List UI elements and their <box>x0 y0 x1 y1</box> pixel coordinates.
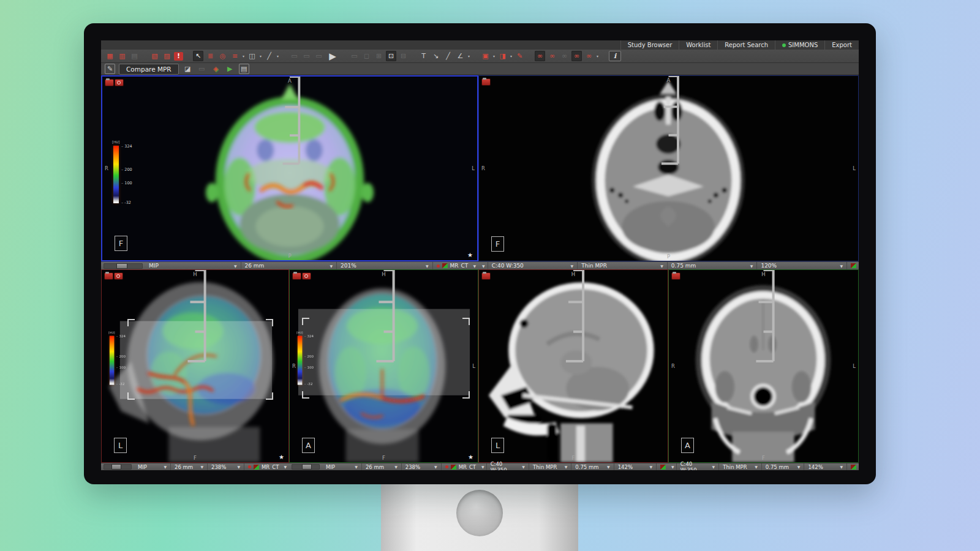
snapshot-icon[interactable]: ▣ <box>480 51 491 61</box>
zoom-select[interactable]: 201%▼ <box>336 262 432 269</box>
mpr-tool-icon[interactable]: ╱ <box>264 51 274 61</box>
chevron-down-icon[interactable]: ▼ <box>482 264 485 268</box>
viewport-axial-fused[interactable]: A P R L [HU] 324 200 100 -32 F ★ <box>101 75 478 261</box>
snapshot-icon-dropdown[interactable]: ▾ <box>493 54 495 58</box>
alert-icon[interactable]: ! <box>174 52 183 61</box>
lut-tick: 100 <box>304 365 314 370</box>
stack-scroll-icon[interactable]: ≣ <box>205 51 216 61</box>
projection-select[interactable]: MIP▼ <box>145 262 241 269</box>
reconstruction-select[interactable]: Thin MPR▼ <box>577 262 667 269</box>
save-edit-icon[interactable]: ◪ <box>183 64 193 74</box>
menu-study-browser[interactable]: Study Browser <box>620 40 679 50</box>
edit-annotation-icon[interactable]: ✎ <box>105 64 115 74</box>
layout-select-icon[interactable]: ◫ <box>247 51 257 61</box>
patient-data-icon[interactable]: ▧ <box>149 51 160 61</box>
modality-ct-toggle[interactable]: CT <box>461 263 469 269</box>
zoom-select[interactable]: 238%▼ <box>207 463 244 470</box>
link-options-icon-dropdown[interactable]: ▾ <box>597 54 598 58</box>
blend-swatch-icon[interactable] <box>451 465 456 470</box>
viewport-coronal-fused[interactable]: H F R L [HU] 324 200 100 -32 A ★ <box>289 269 478 463</box>
windowing-icon[interactable]: ◎ <box>217 51 228 61</box>
film-export-icon[interactable]: ◨ <box>497 51 508 61</box>
marker-pen-icon[interactable]: ✎ <box>514 51 525 61</box>
zoom-select[interactable]: 142%▼ <box>614 463 656 470</box>
blend-swatch-icon[interactable] <box>851 263 856 268</box>
thickness-value: 0.75 mm <box>766 464 789 470</box>
chevron-down-icon: ▼ <box>840 465 843 469</box>
info-icon[interactable]: i <box>609 51 621 61</box>
viewport-coronal-ct[interactable]: H F R L A <box>668 269 859 463</box>
window-select[interactable]: C:40 W:350▼ <box>486 463 529 470</box>
thickness-select[interactable]: 26 mm▼ <box>170 463 207 470</box>
forward-icon[interactable]: ▶ <box>225 64 235 74</box>
correction-tools-icon[interactable]: ▨ <box>162 51 172 61</box>
mpr-tool-icon-dropdown[interactable]: ▾ <box>277 54 279 58</box>
play-icon[interactable]: ▶ <box>326 51 339 61</box>
menu-worklist[interactable]: Worklist <box>679 40 717 50</box>
blend-swatch-icon[interactable] <box>851 465 856 470</box>
modality-ct-toggle[interactable]: CT <box>272 464 279 470</box>
blend-swatch-icon[interactable] <box>442 263 448 268</box>
favorite-star-icon[interactable]: ★ <box>279 454 284 460</box>
link-series-icon[interactable]: ∞ <box>535 51 545 61</box>
distance-measure-icon[interactable]: ╱ <box>443 51 453 61</box>
thickness-select[interactable]: 0.75 mm▼ <box>571 463 613 470</box>
link-all-icon[interactable]: ∞ <box>571 51 582 61</box>
slice-slider[interactable] <box>104 263 143 269</box>
projection-select[interactable]: MIP▼ <box>134 463 170 470</box>
arrow-annotation-icon[interactable]: ↘ <box>431 51 441 61</box>
stack-number-icon[interactable]: ⊡ <box>386 51 396 61</box>
zoom-select[interactable]: 142%▼ <box>804 463 846 470</box>
modality-mr-toggle[interactable]: MR <box>262 464 270 470</box>
slider-thumb[interactable] <box>302 464 312 470</box>
toolbar-secondary-post: ◪▭◈▶▤ <box>183 64 249 74</box>
thickness-select[interactable]: 26 mm▼ <box>361 463 401 470</box>
favorite-star-icon[interactable]: ★ <box>468 454 473 460</box>
projection-select[interactable]: MIP▼ <box>322 463 361 470</box>
thickness-value: 26 mm <box>366 464 384 470</box>
report-preview-icon[interactable]: ▤ <box>239 64 249 74</box>
import-result-icon[interactable]: ◈ <box>211 64 221 74</box>
layout-grid-icon[interactable]: ▦ <box>105 51 115 61</box>
compare-mpr-button[interactable]: Compare MPR <box>119 64 179 75</box>
zoom-select[interactable]: 120%▼ <box>756 262 846 269</box>
patient-folder-icon[interactable]: ▥ <box>117 51 127 61</box>
zoom-select[interactable]: 238%▼ <box>401 463 441 470</box>
text-annotation-icon[interactable]: T <box>418 51 429 61</box>
angle-measure-icon[interactable]: ∠ <box>455 51 466 61</box>
slider-thumb[interactable] <box>111 464 121 470</box>
thickness-select[interactable]: 0.75 mm▼ <box>761 463 804 470</box>
modality-mr-toggle[interactable]: MR <box>450 263 459 269</box>
modality-ct-toggle[interactable]: CT <box>469 464 476 470</box>
thickness-select[interactable]: 0.75 mm▼ <box>667 262 757 269</box>
menu-user-simmons[interactable]: SIMMONS <box>775 40 824 50</box>
film-export-icon-dropdown[interactable]: ▾ <box>510 54 512 58</box>
favorite-star-icon[interactable]: ★ <box>467 252 473 258</box>
menu-report-search[interactable]: Report Search <box>717 40 775 50</box>
slice-slider[interactable] <box>292 464 320 470</box>
window-select[interactable]: C:40 W:350▼ <box>676 463 719 470</box>
chevron-down-icon[interactable]: ▼ <box>481 465 484 469</box>
slider-thumb[interactable] <box>116 263 127 269</box>
modality-mr-toggle[interactable]: MR <box>459 464 467 470</box>
viewport-sagittal-ct[interactable]: H F L <box>478 269 668 463</box>
reconstruction-select[interactable]: Thin MPR▼ <box>529 463 571 470</box>
thickness-select[interactable]: 26 mm▼ <box>241 262 337 269</box>
sync-scroll-icon[interactable]: ∞ <box>547 51 557 61</box>
link-options-icon[interactable]: ∞ <box>584 51 594 61</box>
viewport-axial-ct[interactable]: A P R L F <box>478 75 859 261</box>
blend-swatch-icon[interactable] <box>660 465 666 470</box>
pointer-tool-icon[interactable]: ↖ <box>193 51 203 61</box>
statusbar-sagittal-ct: ▼ C:40 W:350▼ Thin MPR▼ 0.75 mm▼ 142%▼ <box>478 463 668 470</box>
window-select[interactable]: C:40 W:350▼ <box>488 262 578 269</box>
series-list-icon-dropdown[interactable]: ▾ <box>243 54 244 58</box>
slice-slider[interactable] <box>104 464 132 470</box>
angle-measure-icon-dropdown[interactable]: ▾ <box>468 54 470 58</box>
viewport-sagittal-fused[interactable]: H F [HU] 324 200 100 -32 L ★ <box>101 269 289 463</box>
reconstruction-select[interactable]: Thin MPR▼ <box>718 463 761 470</box>
blend-swatch-icon[interactable] <box>254 465 259 470</box>
series-list-icon[interactable]: ≡ <box>230 51 240 61</box>
menu-export[interactable]: Export <box>824 40 859 50</box>
layout-select-icon-dropdown[interactable]: ▾ <box>260 54 262 58</box>
chevron-down-icon[interactable]: ▼ <box>671 465 674 469</box>
